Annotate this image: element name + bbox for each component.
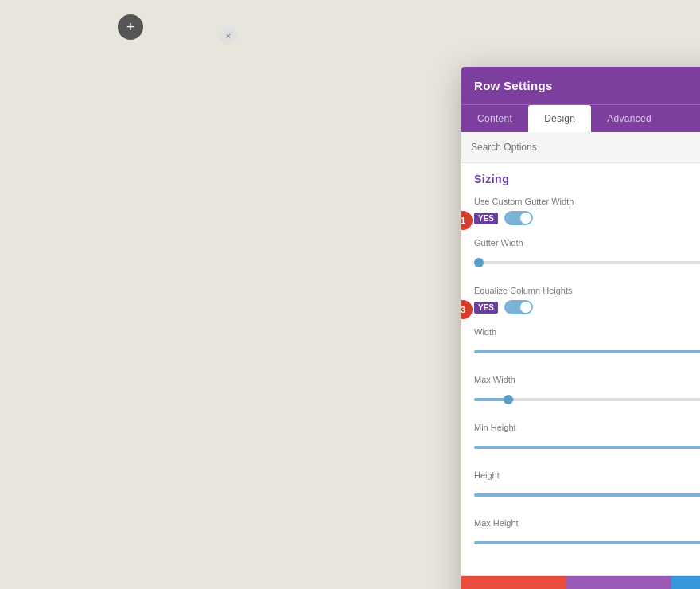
field-use-custom-gutter-width: Use Custom Gutter Width YES 1 <box>474 197 700 225</box>
modal-close-button[interactable]: × <box>220 27 237 45</box>
slider-row-width: 100% <box>474 341 700 362</box>
toggle-yes-label-3: YES <box>474 302 498 314</box>
max-height-slider[interactable] <box>474 541 700 544</box>
sizing-section: Sizing ▲ ⋮ Use Custom Gutter Width YES <box>461 163 700 575</box>
field-label-use-custom-gutter-width: Use Custom Gutter Width <box>474 197 700 206</box>
tab-content[interactable]: Content <box>461 105 528 132</box>
tab-advanced[interactable]: Advanced <box>591 105 667 132</box>
row-settings-modal: Row Settings ⤢ ⊞ ⋮ Content Design Advanc… <box>461 67 700 589</box>
toggle-row-gutter: YES <box>474 211 700 225</box>
modal-footer: ✕ ↺ ↻ ✓ <box>461 575 700 589</box>
field-height: Height auto <box>474 470 700 505</box>
cancel-button[interactable]: ✕ <box>461 576 566 589</box>
slider-row-min-height: auto <box>474 437 700 458</box>
reset-button[interactable]: ↺ <box>566 576 671 589</box>
search-bar: + Filter <box>461 132 700 163</box>
modal-header: Row Settings ⤢ ⊞ ⋮ <box>461 67 700 104</box>
field-label-height: Height <box>474 470 700 480</box>
field-gutter-width: Gutter Width 1 2 <box>474 238 700 273</box>
plus-icon: + <box>126 19 135 36</box>
search-input[interactable] <box>471 142 700 153</box>
field-label-width: Width <box>474 327 700 337</box>
badge-3: 3 <box>461 300 472 319</box>
close-icon: × <box>226 31 231 41</box>
field-equalize-column-heights: Equalize Column Heights YES 3 <box>474 286 700 314</box>
field-max-height: Max Height none <box>474 518 700 553</box>
min-height-slider[interactable] <box>474 446 700 449</box>
toggle-yes-label-1: YES <box>474 213 498 224</box>
slider-row-height: auto <box>474 485 700 505</box>
tab-design[interactable]: Design <box>528 105 591 132</box>
redo-button[interactable]: ↻ <box>671 576 700 589</box>
modal-body: Sizing ▲ ⋮ Use Custom Gutter Width YES <box>461 163 700 575</box>
section-header: Sizing ▲ ⋮ <box>474 173 700 185</box>
gutter-width-slider[interactable] <box>474 261 700 264</box>
field-label-gutter-width: Gutter Width <box>474 238 700 248</box>
field-min-height: Min Height auto <box>474 423 700 458</box>
slider-row-max-width: 100% <box>474 389 700 410</box>
add-element-button[interactable]: + <box>118 14 143 40</box>
slider-row-max-height: none <box>474 532 700 553</box>
modal-title: Row Settings <box>474 79 553 92</box>
toggle-switch-3[interactable] <box>504 300 533 314</box>
width-slider[interactable] <box>474 350 700 353</box>
field-width: Width 100% 4 <box>474 327 700 362</box>
field-label-max-height: Max Height <box>474 518 700 528</box>
tabs-bar: Content Design Advanced <box>461 104 700 132</box>
field-label-max-width: Max Width <box>474 375 700 384</box>
section-title: Sizing <box>474 173 509 185</box>
field-label-equalize: Equalize Column Heights <box>474 286 700 295</box>
slider-row-gutter-width: 1 <box>474 252 700 273</box>
max-width-slider[interactable] <box>474 398 700 401</box>
toggle-switch-1[interactable] <box>504 211 533 225</box>
field-label-min-height: Min Height <box>474 423 700 432</box>
field-max-width: Max Width 100% 5 <box>474 375 700 410</box>
toggle-row-equalize: YES <box>474 300 700 314</box>
height-slider[interactable] <box>474 493 700 497</box>
badge-1: 1 <box>461 211 472 230</box>
